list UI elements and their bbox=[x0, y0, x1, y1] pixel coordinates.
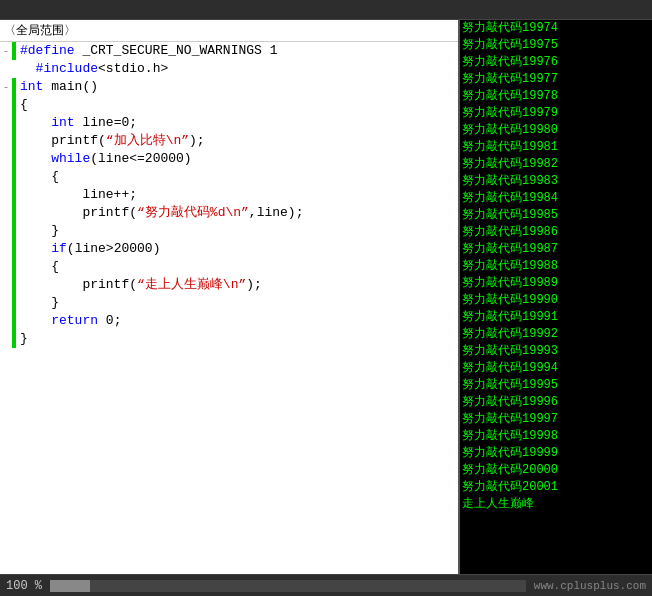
code-line: - int main() bbox=[0, 78, 458, 96]
code-text: int line=0; bbox=[16, 114, 137, 132]
code-text: } bbox=[16, 222, 59, 240]
code-line bbox=[0, 474, 458, 492]
bottom-bar: 100 % www.cplusplus.com bbox=[0, 574, 652, 596]
code-line bbox=[0, 438, 458, 456]
top-bar bbox=[0, 0, 652, 20]
code-text: #include<stdio.h> bbox=[16, 60, 168, 78]
gutter: - bbox=[0, 78, 12, 96]
output-line: 努力敲代码19997 bbox=[460, 411, 652, 428]
code-line: #include<stdio.h> bbox=[0, 60, 458, 78]
output-line: 努力敲代码19979 bbox=[460, 105, 652, 122]
code-text bbox=[16, 348, 28, 366]
code-text bbox=[16, 492, 28, 510]
scope-header: 〈全局范围〉 bbox=[0, 20, 458, 42]
output-line: 努力敲代码19989 bbox=[460, 275, 652, 292]
code-text: { bbox=[16, 258, 59, 276]
code-text: while(line<=20000) bbox=[16, 150, 192, 168]
code-line: { bbox=[0, 258, 458, 276]
code-line: } bbox=[0, 222, 458, 240]
code-line: int line=0; bbox=[0, 114, 458, 132]
output-line: 努力敲代码20001 bbox=[460, 479, 652, 496]
output-line: 努力敲代码19996 bbox=[460, 394, 652, 411]
watermark-label: www.cplusplus.com bbox=[534, 580, 646, 592]
code-line bbox=[0, 510, 458, 528]
code-text: printf(“努力敲代码%d\n”,line); bbox=[16, 204, 303, 222]
code-text bbox=[16, 510, 28, 528]
code-text: #define _CRT_SECURE_NO_WARNINGS 1 bbox=[16, 42, 277, 60]
code-text bbox=[16, 438, 28, 456]
code-text bbox=[16, 474, 28, 492]
code-line bbox=[0, 402, 458, 420]
code-text: return 0; bbox=[16, 312, 121, 330]
scrollbar-thumb[interactable] bbox=[50, 580, 90, 592]
output-line: 努力敲代码19986 bbox=[460, 224, 652, 241]
code-line: { bbox=[0, 168, 458, 186]
gutter: - bbox=[0, 42, 12, 60]
code-text: if(line>20000) bbox=[16, 240, 160, 258]
output-line: 努力敲代码19991 bbox=[460, 309, 652, 326]
output-line: 努力敲代码19984 bbox=[460, 190, 652, 207]
code-line bbox=[0, 492, 458, 510]
output-line: 努力敲代码19981 bbox=[460, 139, 652, 156]
code-text: } bbox=[16, 294, 59, 312]
zoom-label: 100 % bbox=[6, 579, 42, 593]
code-line: if(line>20000) bbox=[0, 240, 458, 258]
code-text: printf(“走上人生巅峰\n”); bbox=[16, 276, 262, 294]
output-line: 努力敲代码19998 bbox=[460, 428, 652, 445]
code-text bbox=[16, 366, 28, 384]
code-line: { bbox=[0, 96, 458, 114]
code-text: { bbox=[16, 96, 28, 114]
code-text: printf(“加入比特\n”); bbox=[16, 132, 205, 150]
code-panel: 〈全局范围〉 - #define _CRT_SECURE_NO_WARNINGS… bbox=[0, 20, 460, 574]
output-line: 努力敲代码19994 bbox=[460, 360, 652, 377]
output-line: 努力敲代码19988 bbox=[460, 258, 652, 275]
code-text bbox=[16, 456, 28, 474]
code-line bbox=[0, 366, 458, 384]
output-line: 努力敲代码19983 bbox=[460, 173, 652, 190]
output-line: 努力敲代码19992 bbox=[460, 326, 652, 343]
code-line: while(line<=20000) bbox=[0, 150, 458, 168]
output-line: 努力敲代码19987 bbox=[460, 241, 652, 258]
scope-label: 〈全局范围〉 bbox=[4, 22, 76, 39]
code-line bbox=[0, 420, 458, 438]
output-line: 努力敲代码20000 bbox=[460, 462, 652, 479]
output-line: 努力敲代码19985 bbox=[460, 207, 652, 224]
code-text: } bbox=[16, 330, 28, 348]
code-line: } bbox=[0, 330, 458, 348]
code-content[interactable]: - #define _CRT_SECURE_NO_WARNINGS 1 #inc… bbox=[0, 42, 458, 574]
code-line bbox=[0, 384, 458, 402]
code-line bbox=[0, 456, 458, 474]
code-line: } bbox=[0, 294, 458, 312]
output-line: 努力敲代码19977 bbox=[460, 71, 652, 88]
code-text: int main() bbox=[16, 78, 98, 96]
output-line: 努力敲代码19982 bbox=[460, 156, 652, 173]
code-line: - #define _CRT_SECURE_NO_WARNINGS 1 bbox=[0, 42, 458, 60]
code-line: printf(“加入比特\n”); bbox=[0, 132, 458, 150]
code-line: printf(“努力敲代码%d\n”,line); bbox=[0, 204, 458, 222]
code-text bbox=[16, 384, 28, 402]
code-line: return 0; bbox=[0, 312, 458, 330]
output-line: 努力敲代码19995 bbox=[460, 377, 652, 394]
zoom-control[interactable]: 100 % bbox=[6, 579, 42, 593]
output-line: 努力敲代码19980 bbox=[460, 122, 652, 139]
output-line: 努力敲代码19976 bbox=[460, 54, 652, 71]
code-line: line++; bbox=[0, 186, 458, 204]
code-text: { bbox=[16, 168, 59, 186]
horizontal-scrollbar[interactable] bbox=[50, 580, 526, 592]
code-line: printf(“走上人生巅峰\n”); bbox=[0, 276, 458, 294]
output-line: 努力敲代码19974 bbox=[460, 20, 652, 37]
output-line: 努力敲代码19999 bbox=[460, 445, 652, 462]
output-panel[interactable]: 努力敲代码19974努力敲代码19975努力敲代码19976努力敲代码19977… bbox=[460, 20, 652, 574]
output-line: 努力敲代码19975 bbox=[460, 37, 652, 54]
code-text bbox=[16, 402, 28, 420]
output-line: 努力敲代码19993 bbox=[460, 343, 652, 360]
output-line: 走上人生巅峰 bbox=[460, 496, 652, 513]
output-line: 努力敲代码19990 bbox=[460, 292, 652, 309]
code-text bbox=[16, 420, 28, 438]
code-text: line++; bbox=[16, 186, 137, 204]
output-line: 努力敲代码19978 bbox=[460, 88, 652, 105]
main-area: 〈全局范围〉 - #define _CRT_SECURE_NO_WARNINGS… bbox=[0, 20, 652, 574]
code-line bbox=[0, 348, 458, 366]
